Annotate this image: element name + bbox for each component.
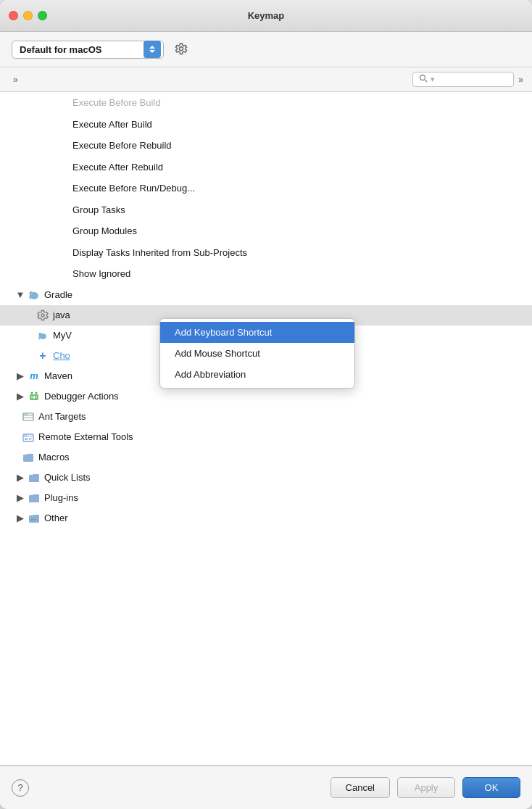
list-item[interactable]: Group Modules <box>0 220 532 242</box>
keymap-select[interactable]: Default for macOS <box>12 41 164 59</box>
debugger-icon <box>28 390 41 403</box>
maven-arrow-icon: ▶ <box>14 370 26 382</box>
svg-point-29 <box>31 519 33 520</box>
toolbar: Default for macOS <box>0 32 532 67</box>
svg-rect-27 <box>25 439 28 440</box>
svg-point-31 <box>36 519 37 520</box>
list-item[interactable]: Execute After Rebuild <box>0 157 532 178</box>
help-button[interactable]: ? <box>12 779 29 797</box>
apply-button[interactable]: Apply <box>397 777 455 798</box>
search-input[interactable] <box>439 75 507 85</box>
popup-add-keyboard-shortcut[interactable]: Add Keyboard Shortcut <box>160 322 354 343</box>
remote-icon <box>22 431 35 444</box>
remote-external-item[interactable]: Remote External Tools <box>0 427 532 447</box>
maven-icon: m <box>28 370 41 383</box>
other-item[interactable]: ▶ Other <box>0 508 532 528</box>
footer: ? Cancel Apply OK <box>0 766 532 809</box>
gradle-arrow-icon: ▼ <box>14 289 26 301</box>
search-box: ▾ <box>412 72 514 87</box>
quick-lists-label: Quick Lists <box>44 472 532 483</box>
ok-button[interactable]: OK <box>462 777 520 798</box>
plugins-item[interactable]: ▶ Plug-ins <box>0 488 532 508</box>
plugins-arrow-icon: ▶ <box>14 492 26 504</box>
list-item[interactable]: Group Tasks <box>0 199 532 221</box>
macros-item[interactable]: Macros <box>0 447 532 468</box>
macros-folder-icon <box>22 451 35 464</box>
svg-rect-16 <box>33 396 35 399</box>
macros-label: Macros <box>38 452 532 462</box>
minimize-button[interactable] <box>23 11 33 20</box>
gradle-label: Gradle <box>44 289 532 300</box>
action-bar: » ▾ » <box>0 67 532 92</box>
other-label: Other <box>44 513 532 523</box>
myv-gradle-icon <box>36 329 49 342</box>
debugger-actions-item[interactable]: ▶ Debugger Actions <box>0 386 532 407</box>
svg-point-1 <box>420 75 425 80</box>
svg-point-30 <box>33 519 35 520</box>
gear-button[interactable] <box>171 39 191 59</box>
list-container: Execute Before Build Execute After Build… <box>0 92 532 766</box>
search-icon <box>419 74 428 85</box>
svg-point-14 <box>31 397 33 398</box>
gear-icon <box>174 42 188 57</box>
list-item[interactable]: Show Ignored <box>0 263 532 285</box>
other-folder-icon <box>28 512 41 525</box>
keymap-select-wrapper: Default for macOS <box>12 41 164 59</box>
plugins-folder-icon <box>28 491 41 505</box>
ant-icon <box>22 410 35 423</box>
list-item[interactable]: Execute After Build <box>0 114 532 136</box>
plugins-label: Plug-ins <box>44 492 532 503</box>
svg-point-20 <box>25 413 26 415</box>
svg-point-13 <box>36 391 38 394</box>
svg-rect-25 <box>25 438 28 439</box>
popup-menu: Add Keyboard Shortcut Add Mouse Shortcut… <box>159 318 355 389</box>
cancel-button[interactable]: Cancel <box>331 777 390 798</box>
title-bar: Keymap <box>0 0 532 32</box>
svg-point-23 <box>24 434 25 436</box>
list-item[interactable]: Display Tasks Inherited from Sub-Project… <box>0 242 532 264</box>
remote-external-label: Remote External Tools <box>38 431 532 442</box>
plus-icon: + <box>36 349 49 362</box>
popup-add-mouse-shortcut[interactable]: Add Mouse Shortcut <box>160 343 354 364</box>
window-title: Keymap <box>248 10 285 21</box>
traffic-lights <box>9 11 47 20</box>
svg-point-10 <box>39 333 40 333</box>
svg-point-0 <box>180 47 183 51</box>
svg-point-7 <box>41 314 44 317</box>
maximize-button[interactable] <box>38 11 47 20</box>
gradle-icon <box>28 289 41 302</box>
ant-targets-label: Ant Targets <box>38 411 532 422</box>
keymap-window: Keymap Default for macOS » <box>0 0 532 809</box>
svg-point-5 <box>30 291 33 294</box>
list-item[interactable]: Execute Before Run/Debug... <box>0 178 532 199</box>
svg-line-2 <box>425 80 427 82</box>
expand-left-button[interactable]: » <box>9 73 22 86</box>
debugger-label: Debugger Actions <box>44 391 532 402</box>
svg-rect-26 <box>29 438 32 439</box>
svg-point-6 <box>30 291 31 292</box>
svg-point-24 <box>26 434 28 436</box>
other-arrow-icon: ▶ <box>14 513 26 524</box>
quick-lists-item[interactable]: ▶ Quick Lists <box>0 468 532 488</box>
expand-right-button[interactable]: » <box>518 75 523 85</box>
quick-lists-folder-icon <box>28 471 41 484</box>
svg-point-12 <box>31 391 33 394</box>
svg-rect-28 <box>29 439 30 440</box>
close-button[interactable] <box>9 11 18 20</box>
gradle-section-header[interactable]: ▼ Gradle <box>0 285 532 305</box>
gear-item-icon <box>36 309 49 322</box>
svg-point-21 <box>26 413 28 415</box>
list-item[interactable]: Execute Before Rebuild <box>0 135 532 157</box>
quick-lists-arrow-icon: ▶ <box>14 472 26 484</box>
footer-buttons: Cancel Apply OK <box>331 777 520 798</box>
list-item[interactable]: Execute Before Build <box>0 92 532 114</box>
debugger-arrow-icon: ▶ <box>14 391 26 402</box>
svg-point-15 <box>36 397 37 398</box>
search-filter-icon: ▾ <box>431 75 435 84</box>
ant-targets-item[interactable]: Ant Targets <box>0 407 532 427</box>
popup-add-abbreviation[interactable]: Add Abbreviation <box>160 364 354 385</box>
